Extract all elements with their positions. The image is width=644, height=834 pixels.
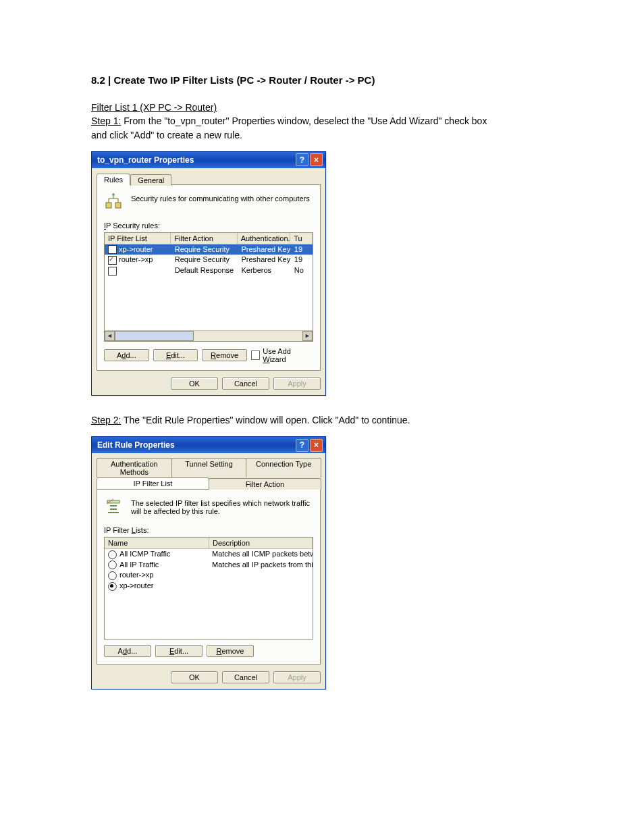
apply-button[interactable]: Apply (273, 671, 321, 683)
step2-paragraph: Step 2: The "Edit Rule Properties" windo… (91, 413, 553, 427)
horizontal-scrollbar[interactable]: ◄ ► (105, 330, 313, 341)
close-icon[interactable]: × (310, 439, 323, 452)
ip-security-rules-list[interactable]: IP Filter List Filter Action Authenticat… (104, 232, 313, 342)
close-icon[interactable]: × (310, 153, 323, 166)
cancel-button[interactable]: Cancel (222, 377, 269, 390)
section-heading: 8.2 | Create Two IP Filter Lists (PC -> … (91, 74, 553, 86)
radio-icon[interactable] (108, 571, 117, 580)
svg-rect-0 (106, 203, 111, 208)
radio-icon[interactable] (108, 582, 117, 591)
step2-text: The "Edit Rule Properties" window will o… (121, 415, 410, 425)
apply-button[interactable]: Apply (273, 377, 321, 390)
scroll-right-icon[interactable]: ► (302, 331, 313, 341)
step1-text-b: and click "Add" to create a new rule. (91, 130, 242, 140)
filter-list-icon (104, 498, 123, 517)
tab-rules[interactable]: Rules (97, 174, 130, 185)
list-item[interactable]: All ICMP TrafficMatches all ICMP packets… (105, 549, 313, 560)
checkbox-icon[interactable] (108, 267, 117, 276)
edit-button[interactable]: Edit... (155, 645, 203, 657)
scroll-left-icon[interactable]: ◄ (105, 331, 115, 341)
tab-ip-filter-list[interactable]: IP Filter List (97, 477, 209, 489)
titlebar[interactable]: Edit Rule Properties ? × (92, 437, 325, 453)
add-button[interactable]: Add... (104, 349, 149, 361)
col-name[interactable]: Name (105, 538, 209, 548)
step1-text-a: From the "to_vpn_router" Properties wind… (121, 115, 487, 126)
list-item[interactable]: router->xp (105, 570, 313, 581)
panel-description: The selected IP filter list specifies wh… (131, 498, 313, 515)
list-item[interactable]: All IP TrafficMatches all IP packets fro… (105, 560, 313, 571)
col-ip-filter-list[interactable]: IP Filter List (105, 233, 171, 244)
tab-general[interactable]: General (130, 174, 171, 186)
table-row[interactable]: xp->routerRequire SecurityPreshared Key1… (105, 244, 313, 255)
window-title: Edit Rule Properties (97, 440, 175, 450)
table-row[interactable]: Default ResponseKerberosNo (105, 265, 313, 276)
ip-filter-lists[interactable]: Name Description All ICMP TrafficMatches… (104, 537, 313, 640)
edit-button[interactable]: Edit... (153, 349, 198, 361)
edit-rule-properties-window: Edit Rule Properties ? × Authentication … (91, 436, 326, 689)
table-row[interactable]: router->xpRequire SecurityPreshared Key1… (105, 255, 313, 265)
remove-button[interactable]: Remove (202, 349, 247, 361)
security-rules-icon (104, 193, 123, 212)
ip-security-rules-label: IIP Security rules:P Security rules: (104, 221, 313, 230)
radio-icon[interactable] (108, 550, 117, 559)
col-description[interactable]: Description (209, 538, 313, 548)
ok-button[interactable]: OK (171, 671, 218, 683)
tab-connection-type[interactable]: Connection Type (246, 458, 321, 477)
intro-paragraph: Filter List 1 (XP PC -> Router) Step 1: … (91, 101, 553, 142)
ip-filter-lists-label: IP Filter Lists: (104, 526, 313, 534)
panel-description: Security rules for communicating with ot… (131, 193, 310, 203)
add-button[interactable]: Add... (104, 645, 151, 657)
col-filter-action[interactable]: Filter Action (171, 233, 237, 244)
use-add-wizard-checkbox[interactable]: Use Add Wizard (251, 347, 313, 363)
tab-authentication-methods[interactable]: Authentication Methods (97, 458, 172, 477)
to-vpn-router-properties-window: to_vpn_router Properties ? × Rules Gener… (91, 151, 326, 396)
filter-list-label: Filter List 1 (XP PC -> Router) (91, 102, 217, 113)
svg-point-2 (112, 193, 115, 196)
help-icon[interactable]: ? (296, 439, 308, 452)
list-item[interactable]: xp->router (105, 581, 313, 592)
checkbox-icon[interactable] (251, 350, 260, 360)
checkbox-icon[interactable] (108, 245, 117, 254)
radio-icon[interactable] (108, 561, 117, 569)
cancel-button[interactable]: Cancel (222, 671, 269, 683)
col-tunnel[interactable]: Tu (290, 233, 313, 244)
help-icon[interactable]: ? (296, 153, 308, 166)
titlebar[interactable]: to_vpn_router Properties ? × (92, 152, 325, 168)
step1-label: Step 1: (91, 115, 121, 126)
tab-filter-action[interactable]: Filter Action (209, 478, 321, 490)
scrollbar-thumb[interactable] (115, 331, 194, 341)
window-title: to_vpn_router Properties (97, 155, 194, 165)
svg-rect-1 (115, 203, 121, 208)
col-authentication[interactable]: Authentication... (238, 233, 290, 244)
remove-button[interactable]: Remove (207, 645, 254, 657)
ok-button[interactable]: OK (171, 377, 218, 390)
checkbox-icon[interactable] (108, 256, 117, 265)
tab-tunnel-setting[interactable]: Tunnel Setting (171, 458, 247, 477)
step2-label: Step 2: (91, 415, 121, 425)
